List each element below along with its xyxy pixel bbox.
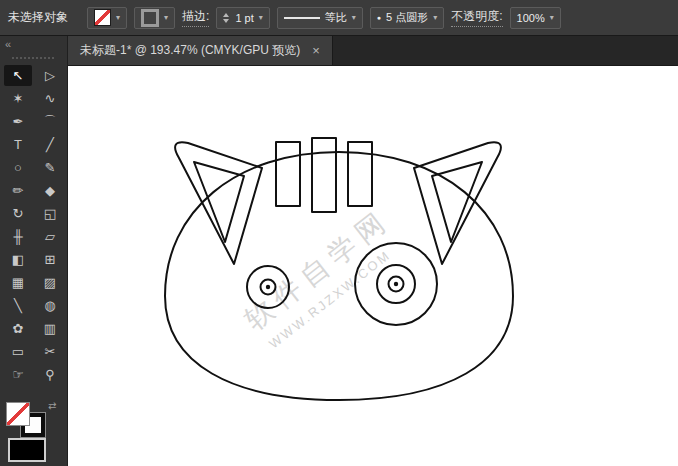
stroke-line-preview-icon [284,17,320,19]
stroke-weight-value: 1 pt [235,12,253,24]
document-tabbar: 未标题-1* @ 193.47% (CMYK/GPU 预览) × [68,36,678,66]
close-icon[interactable]: × [312,43,320,58]
stepper-up-icon[interactable] [223,13,229,17]
chevron-down-icon: ▾ [116,14,120,22]
cat-left-ear-outer [175,142,262,264]
tool-grid: ↖ ▷ ✶ ∿ ✒ ⌒ T ╱ ○ ✎ ✏ ◆ ↻ ◱ ╫ ▱ ◧ ⊞ ▦ ▨ … [2,64,66,386]
swap-fill-stroke-icon[interactable]: ⇄ [48,400,56,411]
document-tab-title: 未标题-1* @ 193.47% (CMYK/GPU 预览) [80,42,300,59]
width-profile-dropdown[interactable]: 等比 ▾ [277,7,363,29]
selection-status: 未选择对象 [8,9,68,26]
panel-grip[interactable] [12,57,54,59]
mesh-tool[interactable]: ▦ [4,272,32,293]
cat-left-eye-dot [266,285,270,289]
chevron-down-icon: ▾ [550,14,554,22]
pen-tool[interactable]: ✒ [4,111,32,132]
perspective-grid-tool[interactable]: ⊞ [36,249,64,270]
eraser-tool[interactable]: ◆ [36,180,64,201]
chevron-down-icon: ▾ [433,14,437,22]
direct-selection-tool[interactable]: ▷ [36,65,64,86]
fill-color-dropdown[interactable]: ▾ [87,7,127,29]
selection-tool[interactable]: ↖ [4,65,32,86]
opacity-dropdown[interactable]: 100% ▾ [510,7,561,29]
hand-tool[interactable]: ☞ [4,364,32,385]
document-tab[interactable]: 未标题-1* @ 193.47% (CMYK/GPU 预览) × [68,36,333,65]
slice-tool[interactable]: ✂ [36,341,64,362]
cat-artwork: 软件自学网 WWW.RJZXW.COM [68,66,678,466]
brush-value: 5 点圆形 [386,10,428,25]
width-profile-value: 等比 [325,10,347,25]
symbol-sprayer-tool[interactable]: ✿ [4,318,32,339]
width-tool[interactable]: ╫ [4,226,32,247]
column-graph-tool[interactable]: ▥ [36,318,64,339]
watermark: 软件自学网 WWW.RJZXW.COM [239,204,410,354]
gradient-tool[interactable]: ▨ [36,272,64,293]
type-tool[interactable]: T [4,134,32,155]
screen-mode-button[interactable] [8,438,46,462]
collapse-panel-icon[interactable]: « [5,38,10,50]
eyedropper-tool[interactable]: ╲ [4,295,32,316]
artboard-tool[interactable]: ▭ [4,341,32,362]
options-bar: 未选择对象 ▾ ▾ 描边: 1 pt ▾ 等比 ▾ ● 5 点圆形 ▾ 不透明度… [0,0,678,36]
ellipse-tool[interactable]: ○ [4,157,32,178]
cat-right-ear-outer [414,142,501,264]
blend-tool[interactable]: ◍ [36,295,64,316]
cat-right-eye-dot [394,282,398,286]
paintbrush-tool[interactable]: ✎ [36,157,64,178]
chevron-down-icon: ▾ [259,14,263,22]
illustrator-window: 未选择对象 ▾ ▾ 描边: 1 pt ▾ 等比 ▾ ● 5 点圆形 ▾ 不透明度… [0,0,678,466]
brush-dot-icon: ● [377,14,381,21]
shape-builder-tool[interactable]: ◧ [4,249,32,270]
line-segment-tool[interactable]: ╱ [36,134,64,155]
brush-dropdown[interactable]: ● 5 点圆形 ▾ [370,7,444,29]
tools-panel: « ↖ ▷ ✶ ∿ ✒ ⌒ T ╱ ○ ✎ ✏ ◆ ↻ ◱ ╫ ▱ ◧ ⊞ ▦ … [0,36,68,466]
stroke-weight-control[interactable]: 1 pt ▾ [216,7,269,29]
lasso-tool[interactable]: ∿ [36,88,64,109]
fill-none-swatch-icon [94,9,111,26]
canvas[interactable]: 软件自学网 WWW.RJZXW.COM [68,66,678,466]
scale-tool[interactable]: ◱ [36,203,64,224]
opacity-value: 100% [517,12,545,24]
chevron-down-icon: ▾ [352,14,356,22]
stroke-box-icon [141,9,159,27]
chevron-down-icon: ▾ [164,14,168,22]
zoom-tool[interactable]: ⚲ [36,364,64,385]
fill-swatch[interactable] [6,402,30,426]
free-transform-tool[interactable]: ▱ [36,226,64,247]
opacity-label[interactable]: 不透明度: [451,8,502,27]
rotate-tool[interactable]: ↻ [4,203,32,224]
pencil-tool[interactable]: ✏ [4,180,32,201]
stepper-arrows[interactable] [223,13,229,23]
cat-stripe-2 [312,138,336,212]
fill-stroke-swatches: ⇄ [6,402,64,438]
curvature-tool[interactable]: ⌒ [36,111,64,132]
stepper-down-icon[interactable] [223,19,229,23]
magic-wand-tool[interactable]: ✶ [4,88,32,109]
cat-head-path [165,152,513,400]
cat-stripe-1 [276,142,300,206]
stroke-label[interactable]: 描边: [182,8,209,27]
stroke-color-dropdown[interactable]: ▾ [134,7,175,29]
